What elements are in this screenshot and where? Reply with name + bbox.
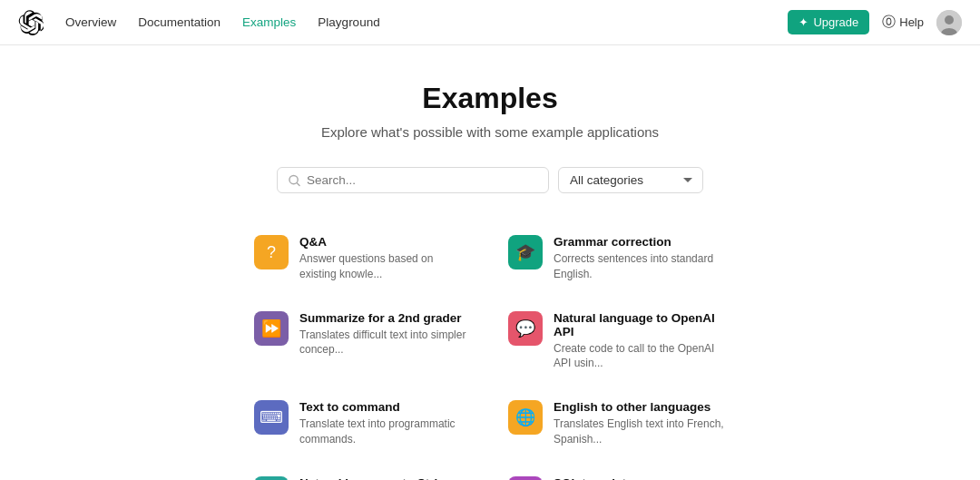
nav-documentation[interactable]: Documentation xyxy=(138,15,220,29)
example-icon-summarize: ⏩ xyxy=(254,311,289,346)
example-desc-qa: Answer questions based on existing knowl… xyxy=(299,251,472,282)
help-label: Help xyxy=(899,15,924,29)
example-item-nl-openai[interactable]: 💬 Natural language to OpenAI API Create … xyxy=(490,297,744,387)
example-text-text-command: Text to command Translate text into prog… xyxy=(299,400,472,447)
example-text-en-other: English to other languages Translates En… xyxy=(554,400,726,447)
example-title-sql: SQL translate xyxy=(554,476,726,480)
example-item-qa[interactable]: ? Q&A Answer questions based on existing… xyxy=(236,220,490,297)
example-icon-en-other: 🌐 xyxy=(508,400,543,435)
nav-right: ✦ Upgrade ⓪ Help xyxy=(788,10,962,35)
search-input-wrap xyxy=(277,167,549,193)
example-desc-en-other: Translates English text into French, Spa… xyxy=(554,416,726,447)
example-text-nl-stripe: Natural language to Stripe API Create co… xyxy=(299,476,472,480)
example-title-nl-stripe: Natural language to Stripe API xyxy=(299,476,472,480)
nav-examples[interactable]: Examples xyxy=(242,15,296,29)
star-icon: ✦ xyxy=(799,15,808,29)
nav-overview[interactable]: Overview xyxy=(65,15,116,29)
example-title-summarize: Summarize for a 2nd grader xyxy=(299,311,472,325)
example-title-text-command: Text to command xyxy=(299,400,472,414)
example-icon-nl-openai: 💬 xyxy=(508,311,543,346)
example-item-text-command[interactable]: ⌨ Text to command Translate text into pr… xyxy=(236,386,490,462)
example-title-grammar: Grammar correction xyxy=(554,235,726,249)
example-text-sql: SQL translate Translate natural language… xyxy=(554,476,726,480)
example-icon-qa: ? xyxy=(254,235,289,269)
example-desc-summarize: Translates difficult text into simpler c… xyxy=(299,328,472,358)
example-item-sql[interactable]: ? SQL translate Translate natural langua… xyxy=(490,462,744,480)
svg-point-1 xyxy=(945,15,954,24)
example-text-qa: Q&A Answer questions based on existing k… xyxy=(299,235,472,282)
page-title: Examples xyxy=(18,82,962,115)
openai-logo[interactable] xyxy=(18,10,44,35)
upgrade-label: Upgrade xyxy=(813,15,858,29)
example-desc-text-command: Translate text into programmatic command… xyxy=(299,416,472,447)
example-desc-nl-openai: Create code to call to the OpenAI API us… xyxy=(554,341,726,372)
upgrade-button[interactable]: ✦ Upgrade xyxy=(788,10,869,34)
search-input[interactable] xyxy=(307,173,537,187)
main-content: Examples Explore what's possible with so… xyxy=(0,45,980,480)
example-icon-nl-stripe: 💲 xyxy=(254,476,289,480)
example-item-summarize[interactable]: ⏩ Summarize for a 2nd grader Translates … xyxy=(236,297,490,387)
example-desc-grammar: Corrects sentences into standard English… xyxy=(554,251,726,282)
example-item-grammar[interactable]: 🎓 Grammar correction Corrects sentences … xyxy=(490,220,744,297)
example-title-nl-openai: Natural language to OpenAI API xyxy=(554,311,726,338)
nav-links: Overview Documentation Examples Playgrou… xyxy=(65,15,788,29)
help-button[interactable]: ⓪ Help xyxy=(882,14,924,31)
search-bar: All categories xyxy=(18,167,962,193)
example-title-en-other: English to other languages xyxy=(554,400,726,414)
avatar[interactable] xyxy=(936,10,962,35)
example-item-nl-stripe[interactable]: 💲 Natural language to Stripe API Create … xyxy=(236,462,490,480)
example-text-summarize: Summarize for a 2nd grader Translates di… xyxy=(299,311,472,358)
category-select[interactable]: All categories xyxy=(558,167,703,193)
search-icon xyxy=(289,174,300,187)
example-icon-text-command: ⌨ xyxy=(254,400,289,435)
page-subtitle: Explore what's possible with some exampl… xyxy=(18,124,962,140)
example-item-en-other[interactable]: 🌐 English to other languages Translates … xyxy=(490,386,744,462)
example-icon-grammar: 🎓 xyxy=(508,235,543,269)
navbar: Overview Documentation Examples Playgrou… xyxy=(0,0,980,45)
example-text-nl-openai: Natural language to OpenAI API Create co… xyxy=(554,311,726,372)
nav-playground[interactable]: Playground xyxy=(318,15,379,29)
example-text-grammar: Grammar correction Corrects sentences in… xyxy=(554,235,726,282)
example-icon-sql: ? xyxy=(508,476,543,480)
examples-grid: ? Q&A Answer questions based on existing… xyxy=(236,220,744,480)
help-circle-icon: ⓪ xyxy=(882,14,896,31)
example-title-qa: Q&A xyxy=(299,235,472,249)
